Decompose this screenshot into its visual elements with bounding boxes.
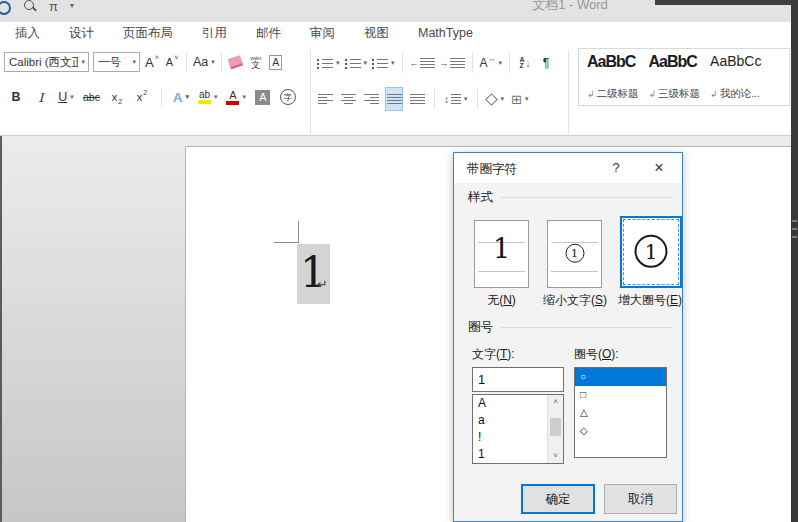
tab-review[interactable]: 审阅 [310, 25, 335, 42]
text-effects-button[interactable]: A ▾ [173, 86, 189, 108]
superscript-button[interactable]: x2 [134, 86, 150, 108]
font-color-icon: A [226, 90, 239, 105]
scrollbar-edge[interactable] [791, 0, 798, 522]
phonetic-guide-button[interactable]: wén 文 [248, 51, 264, 73]
multilevel-list-button[interactable]: ▾ [372, 52, 395, 74]
borders-button[interactable]: ⊞ ▾ [511, 88, 528, 110]
font-size-value: 一号 [98, 55, 129, 70]
text-input[interactable] [472, 367, 564, 392]
tab-insert[interactable]: 插入 [15, 25, 40, 42]
subscript-button[interactable]: x2 [109, 86, 125, 108]
indent-left-arrow-icon: ← [410, 58, 419, 68]
style-label: ↲三级标题 [649, 87, 701, 101]
chevron-down-icon: ▾ [81, 58, 85, 66]
style-option-enlarge-circle[interactable]: 1 [620, 216, 682, 288]
close-icon[interactable]: × [644, 156, 674, 180]
indent-lines [450, 58, 465, 68]
selected-text[interactable]: 1 ↵ [297, 244, 330, 304]
distribute-button[interactable] [409, 88, 425, 110]
numbering-button[interactable]: ▾ [345, 52, 368, 74]
bullets-icon [317, 58, 333, 69]
character-shading-icon: A [255, 90, 270, 105]
change-case-button[interactable]: Aa ▾ [193, 51, 215, 73]
circle-listbox[interactable]: ○ □ △ ◇ [574, 367, 667, 458]
bullets-button[interactable]: ▾ [317, 52, 340, 74]
scroll-thumb[interactable] [550, 418, 561, 436]
circle-list-item-selected[interactable]: ○ [575, 368, 666, 386]
sort-button[interactable]: A Z ↓ [517, 52, 533, 74]
style-option-none[interactable]: 1 [474, 220, 529, 288]
font-color-button[interactable]: A ▾ [226, 86, 246, 108]
tab-mathtype[interactable]: MathType [418, 26, 473, 40]
text-listbox[interactable]: A a ! 1 ˄ ˅ [472, 394, 564, 464]
highlight-text: ab [199, 90, 210, 99]
enclose-characters-button[interactable]: 字 [280, 86, 296, 108]
cancel-button[interactable]: 取消 [604, 484, 677, 514]
character-shading-button[interactable]: A [255, 86, 271, 108]
chevron-down-icon: ▾ [70, 93, 74, 101]
tab-references[interactable]: 引用 [202, 25, 227, 42]
clear-formatting-button[interactable] [228, 51, 244, 73]
window-title: 文档1 - Word [505, 0, 635, 14]
ok-button[interactable]: 确定 [521, 484, 595, 514]
margin-crop-mark [274, 242, 298, 243]
shading-button[interactable]: ▾ [487, 88, 505, 110]
font-color-bar [226, 101, 239, 105]
increase-indent-button[interactable]: → [440, 52, 465, 74]
align-left-button[interactable] [317, 88, 333, 110]
highlight-button[interactable]: ab ▾ [198, 86, 218, 108]
text-list-scrollbar[interactable]: ˄ ˅ [547, 395, 563, 463]
character-border-button[interactable]: A [268, 51, 284, 73]
circle-list-item[interactable]: □ [575, 386, 666, 404]
qat-customize-caret-icon[interactable]: ▾ [70, 0, 74, 12]
styles-gallery: AaBbC ↲二级标题 AaBbC ↲三级标题 AaBbCc ↲我的论... [578, 48, 790, 106]
guide-line [551, 271, 598, 272]
tab-page-layout[interactable]: 页面布局 [123, 25, 173, 42]
chevron-down-icon: ▾ [464, 95, 468, 103]
option-label-shrink: 缩小文字(S) [532, 292, 618, 309]
chevron-down-icon: ▾ [499, 59, 503, 67]
style-option-shrink-text[interactable]: 1 [547, 220, 602, 288]
undo-icon[interactable] [0, 1, 11, 15]
tab-design[interactable]: 设计 [69, 25, 94, 42]
font-size-combo[interactable]: 一号 ▾ [93, 52, 140, 72]
style-group-label: 样式 [468, 189, 493, 206]
underline-button[interactable]: U ▾ [58, 86, 74, 108]
tab-mailings[interactable]: 邮件 [256, 25, 281, 42]
show-marks-button[interactable]: ¶ [538, 52, 554, 74]
justify-button[interactable] [386, 88, 402, 110]
option-label-enlarge: 增大圈号(E) [616, 292, 684, 309]
align-center-button[interactable] [340, 88, 356, 110]
line-spacing-button[interactable]: ↕ ▾ [444, 88, 468, 110]
scrollbar-mark [792, 236, 797, 238]
bold-button[interactable]: B [8, 86, 24, 108]
circle-list-item[interactable]: △ [575, 404, 666, 422]
multilevel-list-icon [372, 58, 388, 69]
tab-view[interactable]: 视图 [364, 25, 389, 42]
scroll-down-icon[interactable]: ˅ [548, 449, 563, 463]
style-item-heading3[interactable]: AaBbC ↲三级标题 [649, 53, 701, 101]
scrollbar-mark [792, 228, 797, 230]
circle-list-item[interactable]: ◇ [575, 422, 666, 440]
font-name-combo[interactable]: Calibri (西文正 ▾ [4, 52, 89, 72]
grow-font-button[interactable]: A˄ [144, 51, 160, 73]
chevron-down-icon: ▾ [525, 95, 529, 103]
decrease-indent-button[interactable]: ← [410, 52, 435, 74]
align-center-icon [341, 94, 356, 104]
print-preview-icon[interactable] [23, 0, 37, 14]
style-item-custom[interactable]: AaBbCc ↲我的论... [710, 53, 761, 101]
shrink-font-button[interactable]: A˅ [164, 51, 180, 73]
dialog-title-bar[interactable]: 带圈字符 ? × [454, 153, 682, 183]
style-item-heading2[interactable]: AaBbC ↲二级标题 [587, 53, 639, 101]
help-icon[interactable]: ? [606, 160, 626, 175]
scroll-up-icon[interactable]: ˄ [548, 395, 563, 409]
chevron-down-icon: ▾ [132, 58, 136, 66]
phonetic-icon: wén 文 [250, 55, 261, 70]
equation-icon[interactable]: π [49, 0, 58, 14]
italic-button[interactable]: I [33, 86, 49, 108]
group-rule [500, 197, 672, 198]
strikethrough-button[interactable]: abc [83, 86, 100, 108]
align-right-button[interactable] [363, 88, 379, 110]
distribute-icon [410, 94, 425, 104]
asian-layout-button[interactable]: A ↔ ▾ [480, 52, 503, 74]
